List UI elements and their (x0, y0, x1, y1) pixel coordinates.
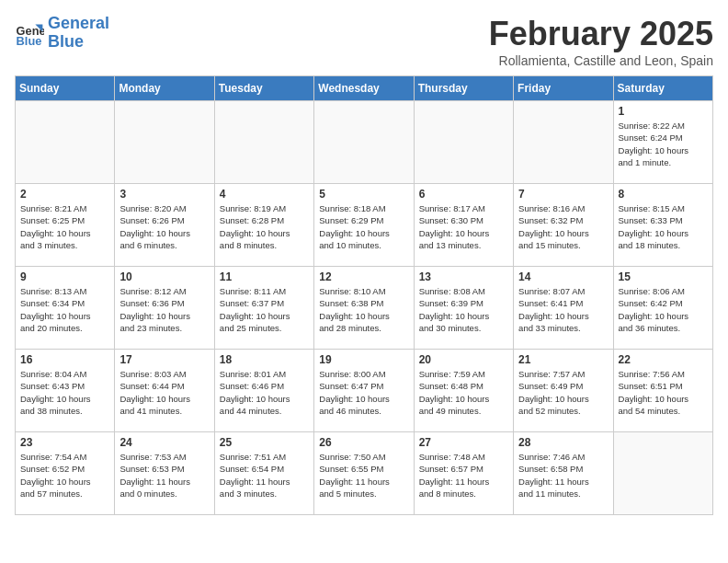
day-info: Sunrise: 8:00 AM Sunset: 6:47 PM Dayligh… (319, 368, 408, 417)
day-cell: 24Sunrise: 7:53 AM Sunset: 6:53 PM Dayli… (115, 432, 214, 515)
day-cell: 14Sunrise: 8:07 AM Sunset: 6:41 PM Dayli… (514, 267, 613, 350)
title-block: February 2025 Rollamienta, Castille and … (489, 15, 713, 68)
day-cell: 25Sunrise: 7:51 AM Sunset: 6:54 PM Dayli… (214, 432, 313, 515)
day-cell: 3Sunrise: 8:20 AM Sunset: 6:26 PM Daylig… (115, 184, 214, 267)
day-number: 21 (518, 353, 608, 366)
day-cell: 13Sunrise: 8:08 AM Sunset: 6:39 PM Dayli… (414, 267, 513, 350)
day-cell: 19Sunrise: 8:00 AM Sunset: 6:47 PM Dayli… (314, 350, 414, 432)
day-number: 3 (119, 188, 209, 201)
day-number: 2 (20, 188, 109, 201)
day-info: Sunrise: 8:01 AM Sunset: 6:46 PM Dayligh… (220, 368, 309, 417)
page-header: General Blue General Blue February 2025 … (15, 15, 713, 68)
day-number: 28 (518, 436, 608, 449)
day-cell: 9Sunrise: 8:13 AM Sunset: 6:34 PM Daylig… (16, 267, 115, 350)
day-info: Sunrise: 8:07 AM Sunset: 6:41 PM Dayligh… (518, 285, 608, 334)
day-number: 24 (119, 436, 209, 449)
day-info: Sunrise: 8:10 AM Sunset: 6:38 PM Dayligh… (319, 285, 408, 334)
day-cell (214, 101, 313, 184)
day-number: 26 (319, 436, 408, 449)
day-number: 17 (119, 353, 209, 366)
day-info: Sunrise: 7:48 AM Sunset: 6:57 PM Dayligh… (419, 451, 508, 500)
day-cell: 21Sunrise: 7:57 AM Sunset: 6:49 PM Dayli… (514, 350, 613, 432)
day-info: Sunrise: 8:16 AM Sunset: 6:32 PM Dayligh… (518, 202, 608, 251)
day-cell: 27Sunrise: 7:48 AM Sunset: 6:57 PM Dayli… (414, 432, 513, 515)
day-cell: 15Sunrise: 8:06 AM Sunset: 6:42 PM Dayli… (613, 267, 712, 350)
day-info: Sunrise: 8:21 AM Sunset: 6:25 PM Dayligh… (20, 202, 109, 251)
day-info: Sunrise: 8:17 AM Sunset: 6:30 PM Dayligh… (419, 202, 508, 251)
day-info: Sunrise: 8:19 AM Sunset: 6:28 PM Dayligh… (220, 202, 309, 251)
col-header-wednesday: Wednesday (314, 76, 414, 101)
col-header-friday: Friday (514, 76, 613, 101)
month-title: February 2025 (489, 15, 713, 53)
day-info: Sunrise: 7:46 AM Sunset: 6:58 PM Dayligh… (518, 451, 608, 500)
day-number: 7 (518, 188, 608, 201)
day-number: 20 (419, 353, 508, 366)
day-number: 16 (20, 353, 109, 366)
day-number: 10 (119, 270, 209, 283)
day-cell: 8Sunrise: 8:15 AM Sunset: 6:33 PM Daylig… (613, 184, 712, 267)
col-header-thursday: Thursday (414, 76, 513, 101)
day-number: 8 (619, 188, 708, 201)
day-info: Sunrise: 8:13 AM Sunset: 6:34 PM Dayligh… (20, 285, 109, 334)
col-header-sunday: Sunday (16, 76, 115, 101)
day-cell: 22Sunrise: 7:56 AM Sunset: 6:51 PM Dayli… (613, 350, 712, 432)
logo: General Blue General Blue (15, 15, 109, 52)
day-info: Sunrise: 7:51 AM Sunset: 6:54 PM Dayligh… (220, 451, 309, 500)
day-cell: 4Sunrise: 8:19 AM Sunset: 6:28 PM Daylig… (214, 184, 313, 267)
day-cell (115, 101, 214, 184)
day-cell (514, 101, 613, 184)
col-header-monday: Monday (115, 76, 214, 101)
day-cell: 10Sunrise: 8:12 AM Sunset: 6:36 PM Dayli… (115, 267, 214, 350)
day-info: Sunrise: 7:59 AM Sunset: 6:48 PM Dayligh… (419, 368, 508, 417)
day-cell: 18Sunrise: 8:01 AM Sunset: 6:46 PM Dayli… (214, 350, 313, 432)
day-number: 9 (20, 270, 109, 283)
day-cell: 23Sunrise: 7:54 AM Sunset: 6:52 PM Dayli… (16, 432, 115, 515)
day-cell: 16Sunrise: 8:04 AM Sunset: 6:43 PM Dayli… (16, 350, 115, 432)
day-cell: 6Sunrise: 8:17 AM Sunset: 6:30 PM Daylig… (414, 184, 513, 267)
day-cell: 12Sunrise: 8:10 AM Sunset: 6:38 PM Dayli… (314, 267, 414, 350)
week-row-5: 23Sunrise: 7:54 AM Sunset: 6:52 PM Dayli… (16, 432, 713, 515)
day-info: Sunrise: 7:50 AM Sunset: 6:55 PM Dayligh… (319, 451, 408, 500)
day-info: Sunrise: 8:06 AM Sunset: 6:42 PM Dayligh… (619, 285, 708, 334)
day-cell: 2Sunrise: 8:21 AM Sunset: 6:25 PM Daylig… (16, 184, 115, 267)
day-info: Sunrise: 7:54 AM Sunset: 6:52 PM Dayligh… (20, 451, 109, 500)
day-cell: 7Sunrise: 8:16 AM Sunset: 6:32 PM Daylig… (514, 184, 613, 267)
day-info: Sunrise: 8:03 AM Sunset: 6:44 PM Dayligh… (119, 368, 209, 417)
week-row-3: 9Sunrise: 8:13 AM Sunset: 6:34 PM Daylig… (16, 267, 713, 350)
day-cell: 5Sunrise: 8:18 AM Sunset: 6:29 PM Daylig… (314, 184, 414, 267)
day-number: 23 (20, 436, 109, 449)
svg-text:Blue: Blue (17, 34, 42, 48)
day-number: 13 (419, 270, 508, 283)
day-number: 5 (319, 188, 408, 201)
day-cell (613, 432, 712, 515)
day-number: 15 (619, 270, 708, 283)
day-info: Sunrise: 7:56 AM Sunset: 6:51 PM Dayligh… (619, 368, 708, 417)
day-cell: 11Sunrise: 8:11 AM Sunset: 6:37 PM Dayli… (214, 267, 313, 350)
day-cell: 1Sunrise: 8:22 AM Sunset: 6:24 PM Daylig… (613, 101, 712, 184)
day-info: Sunrise: 8:22 AM Sunset: 6:24 PM Dayligh… (619, 120, 708, 168)
day-info: Sunrise: 7:57 AM Sunset: 6:49 PM Dayligh… (518, 368, 608, 417)
calendar-header-row: SundayMondayTuesdayWednesdayThursdayFrid… (16, 76, 713, 101)
logo-icon: General Blue (15, 18, 44, 48)
week-row-2: 2Sunrise: 8:21 AM Sunset: 6:25 PM Daylig… (16, 184, 713, 267)
day-cell: 17Sunrise: 8:03 AM Sunset: 6:44 PM Dayli… (115, 350, 214, 432)
day-cell: 26Sunrise: 7:50 AM Sunset: 6:55 PM Dayli… (314, 432, 414, 515)
day-number: 18 (220, 353, 309, 366)
day-info: Sunrise: 8:20 AM Sunset: 6:26 PM Dayligh… (119, 202, 209, 251)
day-info: Sunrise: 8:11 AM Sunset: 6:37 PM Dayligh… (220, 285, 309, 334)
day-number: 27 (419, 436, 508, 449)
day-number: 14 (518, 270, 608, 283)
day-number: 11 (220, 270, 309, 283)
logo-blue: Blue (48, 32, 84, 51)
day-cell: 20Sunrise: 7:59 AM Sunset: 6:48 PM Dayli… (414, 350, 513, 432)
week-row-1: 1Sunrise: 8:22 AM Sunset: 6:24 PM Daylig… (16, 101, 713, 184)
location: Rollamienta, Castille and Leon, Spain (489, 53, 713, 68)
calendar-table: SundayMondayTuesdayWednesdayThursdayFrid… (15, 75, 713, 515)
day-info: Sunrise: 8:12 AM Sunset: 6:36 PM Dayligh… (119, 285, 209, 334)
day-info: Sunrise: 8:08 AM Sunset: 6:39 PM Dayligh… (419, 285, 508, 334)
day-cell (314, 101, 414, 184)
day-info: Sunrise: 8:04 AM Sunset: 6:43 PM Dayligh… (20, 368, 109, 417)
day-info: Sunrise: 7:53 AM Sunset: 6:53 PM Dayligh… (119, 451, 209, 500)
day-number: 6 (419, 188, 508, 201)
col-header-tuesday: Tuesday (214, 76, 313, 101)
